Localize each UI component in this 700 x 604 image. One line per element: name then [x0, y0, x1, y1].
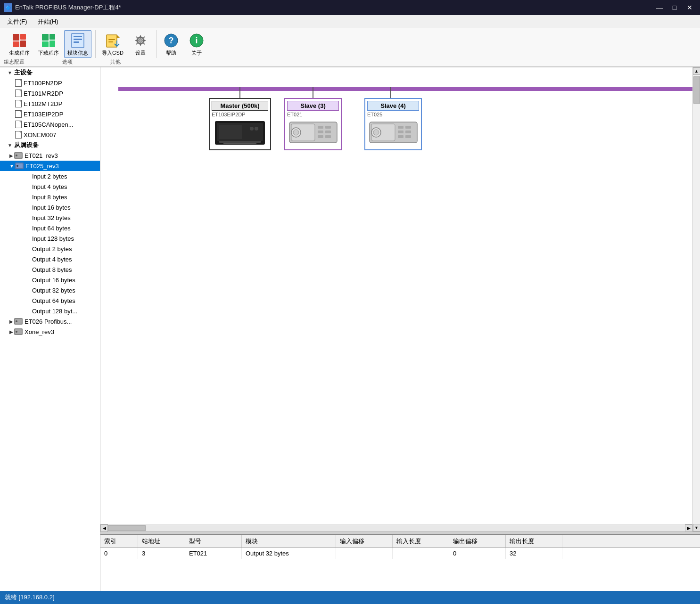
v-scroll-down[interactable]: ▼	[693, 524, 700, 531]
table-area: 索引 站地址 型号 模块 输入偏移 输入长度 输出偏移 输出长度 0 3 ET0…	[100, 534, 700, 591]
h-scroll-track[interactable]	[108, 525, 685, 531]
generate-label: 生成程序	[9, 50, 30, 56]
tree-input32[interactable]: Input 32 bytes	[0, 212, 100, 223]
h-scrollbar[interactable]: ◀ ▶	[100, 524, 692, 531]
window-controls[interactable]: — □ ✕	[653, 3, 696, 12]
device-icon-et025	[15, 163, 24, 169]
help-btn[interactable]: ? 帮助	[159, 30, 183, 58]
slave4-device-box[interactable]: Slave (4) ET025	[364, 98, 422, 150]
tree-output2[interactable]: Output 2 bytes	[0, 244, 100, 254]
ribbon-group-label-options: 选项	[62, 58, 73, 65]
cell-station: 3	[138, 548, 185, 559]
slave3-device-box[interactable]: Slave (3) ET021	[284, 98, 342, 150]
menu-start[interactable]: 开始(H)	[33, 15, 64, 28]
tree-input64[interactable]: Input 64 bytes	[0, 223, 100, 233]
tree-xone-label: Xone_rev3	[25, 328, 54, 335]
cell-output-offset: 0	[449, 548, 506, 559]
tree-output128[interactable]: Output 128 byt...	[0, 306, 100, 316]
tree-input2-label: Input 2 bytes	[32, 173, 67, 180]
canvas-content: Master (500k) ET103EIP2DP	[100, 67, 692, 397]
tree-input8[interactable]: Input 8 bytes	[0, 192, 100, 202]
minimize-button[interactable]: —	[653, 3, 666, 12]
svg-point-38	[250, 127, 254, 131]
tree-input64-label: Input 64 bytes	[32, 225, 71, 232]
section-master-label: 主设备	[14, 68, 33, 77]
svg-rect-9	[74, 36, 82, 37]
download-btn[interactable]: 下载程序	[35, 30, 62, 58]
svg-point-31	[16, 320, 17, 322]
svg-rect-47	[318, 131, 323, 133]
status-bar: 就绪 [192.168.0.2]	[0, 591, 700, 604]
about-btn[interactable]: i 关于	[185, 30, 208, 58]
tree-output16[interactable]: Output 16 bytes	[0, 275, 100, 285]
tree-xonem007[interactable]: XONEM007	[0, 130, 100, 140]
tree-output32[interactable]: Output 32 bytes	[0, 285, 100, 295]
cell-input-offset	[336, 548, 393, 559]
module-info-btn[interactable]: 模块信息	[64, 30, 91, 58]
tree-et100-label: ET100PN2DP	[24, 80, 62, 87]
tree-et103-label: ET103EIP2DP	[24, 111, 64, 118]
file-icon-et101	[15, 90, 22, 97]
tree-input2[interactable]: Input 2 bytes	[0, 171, 100, 181]
tree-et101[interactable]: ET101MR2DP	[0, 88, 100, 98]
tree-et025-label: ET025_rev3	[25, 163, 59, 170]
tree-input128[interactable]: Input 128 bytes	[0, 233, 100, 244]
tree-output64[interactable]: Output 64 bytes	[0, 295, 100, 306]
svg-rect-57	[398, 131, 404, 133]
header-index: 索引	[100, 535, 138, 547]
tree-et025[interactable]: ▼ ET025_rev3	[0, 161, 100, 171]
menu-bar: 文件(F) 开始(H)	[0, 15, 700, 28]
tree-output8[interactable]: Output 8 bytes	[0, 264, 100, 275]
close-button[interactable]: ✕	[683, 3, 696, 12]
canvas-area[interactable]: Master (500k) ET103EIP2DP	[100, 67, 692, 531]
svg-rect-48	[318, 135, 323, 138]
tree-et100[interactable]: ET100PN2DP	[0, 78, 100, 88]
ribbon-buttons-options: 导入GSD 设置	[99, 30, 152, 58]
h-scroll-right[interactable]: ▶	[685, 524, 692, 532]
v-scroll-thumb[interactable]	[693, 76, 700, 104]
maximize-button[interactable]: □	[668, 3, 681, 12]
module-info-icon	[69, 32, 86, 49]
svg-rect-59	[405, 126, 411, 129]
h-scroll-thumb[interactable]	[108, 525, 146, 531]
tree-output4[interactable]: Output 4 bytes	[0, 254, 100, 264]
section-master[interactable]: ▼ 主设备	[0, 67, 100, 78]
profibus-bus	[118, 87, 692, 91]
svg-point-39	[255, 127, 258, 131]
v-scrollbar[interactable]: ▲ ▼	[692, 67, 700, 531]
tree-et102-label: ET102MT2DP	[24, 100, 62, 107]
tree-input32-label: Input 32 bytes	[32, 214, 71, 221]
svg-point-28	[16, 165, 18, 167]
tree-et026[interactable]: ▶ ET026 Profibus...	[0, 316, 100, 326]
svg-marker-13	[117, 35, 120, 38]
section-slave[interactable]: ▼ 从属设备	[0, 140, 100, 150]
tree-input16-label: Input 16 bytes	[32, 204, 71, 211]
h-scroll-left[interactable]: ◀	[100, 524, 108, 532]
generate-btn[interactable]: 生成程序	[6, 30, 33, 58]
table-row[interactable]: 0 3 ET021 Output 32 bytes 0 32	[100, 548, 700, 559]
svg-rect-41	[223, 143, 256, 144]
v-scroll-up[interactable]: ▲	[693, 67, 700, 75]
tree-input16[interactable]: Input 16 bytes	[0, 202, 100, 212]
slave3-label: ET021	[287, 112, 339, 117]
ribbon-group-options: 导入GSD 设置	[97, 30, 156, 58]
tree-et105-label: ET105CANopen...	[24, 121, 74, 128]
slave3-title: Slave (3)	[287, 101, 339, 111]
import-gsd-btn[interactable]: 导入GSD	[99, 30, 127, 58]
tree-et103[interactable]: ET103EIP2DP	[0, 109, 100, 119]
master-title: Master (500k)	[212, 101, 268, 111]
tree-et102[interactable]: ET102MT2DP	[0, 98, 100, 109]
tree-input4[interactable]: Input 4 bytes	[0, 181, 100, 192]
master-device-box[interactable]: Master (500k) ET103EIP2DP	[209, 98, 271, 150]
tree-output64-label: Output 64 bytes	[32, 297, 75, 304]
settings-btn[interactable]: 设置	[129, 30, 152, 58]
help-icon: ?	[163, 32, 180, 49]
menu-file[interactable]: 文件(F)	[2, 15, 33, 28]
svg-text:?: ?	[168, 36, 173, 45]
tree-et021[interactable]: ▶ ET021_rev3	[0, 150, 100, 161]
tree-xone[interactable]: ▶ Xone_rev3	[0, 326, 100, 337]
file-icon-et102	[15, 100, 22, 107]
ribbon-group-label-other: 其他	[110, 58, 121, 65]
slave4-device-svg	[369, 119, 418, 147]
tree-et105[interactable]: ET105CANopen...	[0, 119, 100, 130]
